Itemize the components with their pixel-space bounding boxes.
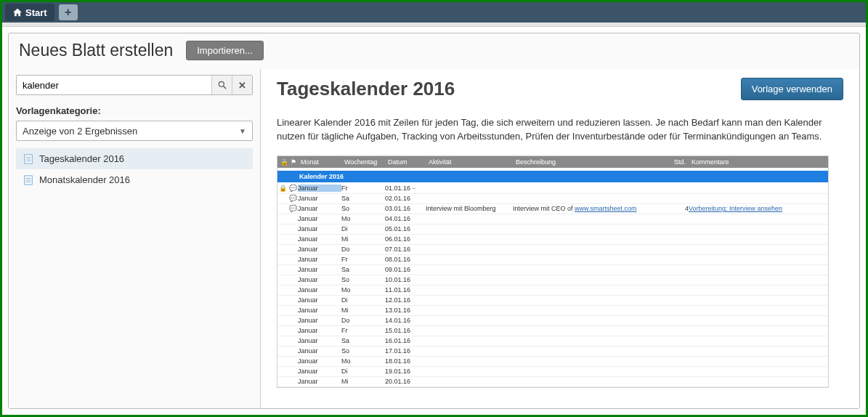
preview-row: JanuarDi12.01.16 <box>277 296 828 306</box>
preview-row: JanuarDo14.01.16 <box>277 316 828 326</box>
col-activity: Aktivität <box>426 158 513 166</box>
preview-row: JanuarDi19.01.16 <box>277 367 828 377</box>
sidebar-result-item[interactable]: Monatskalender 2016 <box>16 169 253 190</box>
template-title: Tageskalender 2016 <box>277 78 455 100</box>
category-label: Vorlagenkategorie: <box>16 105 253 116</box>
sheet-icon <box>23 154 33 164</box>
col-comments: Kommentare <box>689 158 828 166</box>
search-button[interactable] <box>211 76 232 94</box>
panel-header: Neues Blatt erstellen Importieren... <box>9 33 859 69</box>
main-panel: Tageskalender 2016 Vorlage verwenden Lin… <box>261 69 859 408</box>
result-label: Tageskalender 2016 <box>39 153 124 164</box>
sidebar-result-item[interactable]: Tageskalender 2016 <box>16 148 253 169</box>
preview-row: JanuarMi13.01.16 <box>277 306 828 316</box>
preview-comment-link[interactable]: Vorbereitung: Interview ansehen <box>689 205 782 212</box>
preview-row: JanuarMo18.01.16 <box>277 357 828 367</box>
preview-row: 🔒💬JanuarFr01.01.16− <box>277 184 828 194</box>
preview-row: JanuarSa16.01.16 <box>277 336 828 347</box>
tab-start-label: Start <box>25 7 47 18</box>
header-icon-col: 🔒 <box>277 158 288 166</box>
chevron-down-icon: ▼ <box>239 127 246 135</box>
preview-link[interactable]: www.smartsheet.com <box>575 205 637 212</box>
top-tab-bar: Start + <box>2 2 866 23</box>
preview-row: JanuarFr15.01.16 <box>277 326 828 336</box>
preview-header-row: 🔒 ⚑ Monat Wochentag Datum Aktivität Besc… <box>277 156 828 168</box>
use-template-button[interactable]: Vorlage verwenden <box>741 78 843 100</box>
col-date: Datum <box>385 158 426 166</box>
search-icon <box>217 80 227 90</box>
col-description: Beschreibung <box>513 158 658 166</box>
category-dropdown[interactable]: Anzeige von 2 Ergebnissen ▼ <box>16 121 253 141</box>
clear-search-button[interactable]: ✕ <box>232 76 252 94</box>
tab-start[interactable]: Start <box>5 4 54 21</box>
preview-row: JanuarMi06.01.16 <box>277 235 828 245</box>
preview-row: JanuarSa09.01.16 <box>277 265 828 275</box>
col-std: Std. <box>658 158 689 166</box>
svg-point-0 <box>219 81 224 86</box>
preview-row: JanuarMo11.01.16 <box>277 286 828 296</box>
preview-row: JanuarMo04.01.16 <box>277 214 828 224</box>
dropdown-selected-label: Anzeige von 2 Ergebnissen <box>23 126 137 137</box>
preview-row: JanuarMi20.01.16 <box>277 377 828 387</box>
search-container: ✕ <box>16 75 253 95</box>
new-tab-button[interactable]: + <box>59 4 78 20</box>
page-title: Neues Blatt erstellen <box>19 41 173 60</box>
preview-row: 💬JanuarSa02.01.16 <box>277 194 828 204</box>
home-icon <box>12 7 23 17</box>
template-preview: 🔒 ⚑ Monat Wochentag Datum Aktivität Besc… <box>277 155 829 388</box>
import-button[interactable]: Importieren... <box>186 41 264 60</box>
col-weekday: Wochentag <box>341 158 385 166</box>
preview-row: JanuarDo07.01.16 <box>277 245 828 255</box>
template-description: Linearer Kalender 2016 mit Zeilen für je… <box>277 116 829 144</box>
svg-line-1 <box>223 86 226 89</box>
preview-row: JanuarSo10.01.16 <box>277 275 828 286</box>
preview-banner: Kalender 2016 <box>277 171 828 182</box>
result-label: Monatskalender 2016 <box>39 174 130 185</box>
preview-row: JanuarFr08.01.16 <box>277 255 828 265</box>
sidebar: ✕ Vorlagenkategorie: Anzeige von 2 Ergeb… <box>9 69 261 408</box>
col-month: Monat <box>298 158 341 166</box>
preview-row: JanuarSo17.01.16 <box>277 347 828 357</box>
search-input[interactable] <box>17 76 211 94</box>
sheet-icon <box>23 175 33 185</box>
preview-row: 💬JanuarSo03.01.16Interview mit Bloomberg… <box>277 204 828 214</box>
result-list: Tageskalender 2016Monatskalender 2016 <box>16 148 253 190</box>
header-flag-col: ⚑ <box>288 158 298 166</box>
preview-row: JanuarDi05.01.16 <box>277 224 828 235</box>
